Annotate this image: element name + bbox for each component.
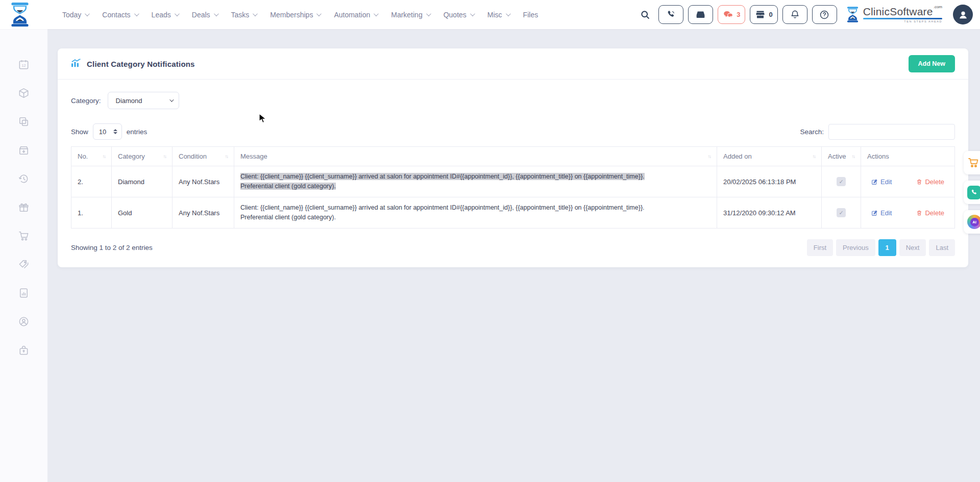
brand-name: ClinicSoftware: [863, 6, 933, 17]
phone-widget[interactable]: [964, 181, 980, 204]
column-header-no[interactable]: No.↑↓: [71, 147, 112, 166]
show-label: Show: [71, 128, 88, 136]
nav-item-contacts[interactable]: Contacts: [102, 11, 137, 19]
nav-item-memberships[interactable]: Memberships: [270, 11, 320, 19]
delete-button[interactable]: Delete: [916, 209, 944, 217]
active-checkbox[interactable]: ✓: [837, 208, 846, 217]
column-header-message[interactable]: Message↑↓: [234, 147, 717, 166]
page-length-select[interactable]: 10: [93, 123, 122, 140]
table-search-input[interactable]: [828, 124, 955, 140]
cart-widget[interactable]: [964, 151, 980, 174]
left-sidebar: 12: [0, 29, 47, 482]
message-line-1: Client: {{client_name}} {{client_surname…: [240, 204, 645, 211]
pagination-page-1-button[interactable]: 1: [878, 239, 896, 256]
history-icon[interactable]: [18, 173, 30, 185]
bell-icon[interactable]: [782, 5, 807, 24]
chevron-down-icon: [85, 11, 90, 16]
pagination-last-button[interactable]: Last: [929, 239, 955, 256]
lock-icon[interactable]: [18, 344, 30, 356]
edit-button[interactable]: Edit: [871, 209, 892, 217]
chat-icon[interactable]: 3: [718, 5, 745, 24]
add-new-button[interactable]: Add New: [909, 55, 955, 72]
help-icon[interactable]: [812, 5, 837, 24]
sort-icon: ↑↓: [813, 154, 816, 159]
nav-label: Quotes: [444, 11, 467, 19]
sort-icon: ↑↓: [708, 154, 711, 159]
table-header-row: No.↑↓ Category↑↓ Condition↑↓ Message↑↓ A…: [71, 147, 955, 166]
nav-label: Memberships: [270, 11, 313, 19]
column-header-category[interactable]: Category↑↓: [112, 147, 173, 166]
nav-item-leads[interactable]: Leads: [152, 11, 178, 19]
category-label: Category:: [71, 97, 101, 105]
chevron-down-icon: [169, 97, 174, 102]
gift-icon[interactable]: [18, 201, 30, 213]
sort-icon: ↑↓: [163, 154, 166, 159]
archive-box-icon[interactable]: [18, 144, 30, 156]
column-header-added-on[interactable]: Added on↑↓: [717, 147, 822, 166]
phone-icon[interactable]: [658, 5, 683, 24]
nav-item-misc[interactable]: Misc: [487, 11, 509, 19]
chevron-down-icon: [134, 11, 139, 16]
chevron-down-icon: [506, 11, 511, 16]
brand-text: ClinicSoftware .com TEN STEPS AHEAD: [863, 6, 942, 23]
nav-item-today[interactable]: Today: [62, 11, 88, 19]
cart-icon[interactable]: [18, 230, 30, 242]
cell-category: Gold: [112, 197, 173, 229]
nav-item-marketing[interactable]: Marketing: [391, 11, 429, 19]
nav-item-tasks[interactable]: Tasks: [231, 11, 257, 19]
ai-icon: AI: [967, 215, 980, 229]
nav-item-quotes[interactable]: Quotes: [444, 11, 474, 19]
search-icon[interactable]: [636, 5, 654, 24]
nav-label: Files: [523, 11, 538, 19]
message-line-2: Preferential client (gold category).: [240, 183, 336, 190]
column-header-active[interactable]: Active↑↓: [822, 147, 861, 166]
column-header-condition[interactable]: Condition↑↓: [173, 147, 234, 166]
pagination-next-button[interactable]: Next: [899, 239, 926, 256]
cell-no: 1.: [71, 197, 112, 229]
phone-icon: [967, 186, 980, 199]
report-icon[interactable]: [18, 287, 30, 299]
svg-text:12: 12: [22, 64, 26, 68]
package-icon[interactable]: [18, 87, 30, 99]
active-checkbox[interactable]: ✓: [837, 177, 846, 186]
chevron-down-icon: [214, 11, 219, 16]
delete-button[interactable]: Delete: [916, 178, 944, 186]
sort-icon: ↑↓: [225, 154, 228, 159]
ai-widget[interactable]: AI: [964, 210, 980, 234]
message-line-2: Preferential client (gold category).: [240, 214, 336, 221]
page-title: Client Category Notifications: [87, 60, 195, 68]
cell-no: 2.: [71, 166, 112, 197]
sort-icon: ↑↓: [103, 154, 106, 159]
clinicsoftware-logo[interactable]: ClinicSoftware .com TEN STEPS AHEAD: [846, 6, 942, 23]
cart-icon: [967, 157, 979, 169]
pos-icon[interactable]: 0: [750, 5, 777, 24]
nav-label: Marketing: [391, 11, 422, 19]
table-row: 1. Gold Any Nof.Stars Client: {{client_n…: [71, 197, 955, 229]
nav-label: Automation: [334, 11, 370, 19]
cell-message: Client: {{client_name}} {{client_surname…: [234, 166, 717, 197]
support-icon[interactable]: [18, 316, 30, 327]
pagination-previous-button[interactable]: Previous: [836, 239, 875, 256]
inbox-icon[interactable]: [688, 5, 713, 24]
calendar-icon[interactable]: 12: [18, 59, 30, 70]
cell-actions: Edit Delete: [861, 197, 955, 229]
copy-icon[interactable]: [18, 116, 30, 128]
app-logo-hourglass-icon[interactable]: [9, 3, 31, 27]
category-selected-value: Diamond: [116, 97, 142, 105]
nav-item-files[interactable]: Files: [523, 11, 538, 19]
chevron-down-icon: [175, 11, 180, 16]
main-nav: Today Contacts Leads Deals Tasks Members…: [62, 11, 538, 19]
card-body: Category: Diamond Show 10 entries Search…: [58, 80, 968, 267]
user-avatar[interactable]: [953, 5, 973, 24]
edit-button[interactable]: Edit: [871, 178, 892, 186]
brand-tld: .com: [934, 5, 942, 9]
nav-item-deals[interactable]: Deals: [192, 11, 217, 19]
column-header-actions: Actions: [861, 147, 955, 166]
search-label: Search:: [800, 128, 824, 136]
brand-underline: [863, 18, 942, 19]
nav-item-automation[interactable]: Automation: [334, 11, 377, 19]
chevron-down-icon: [470, 11, 475, 16]
tags-icon[interactable]: [18, 259, 30, 270]
pagination-first-button[interactable]: First: [807, 239, 833, 256]
category-select[interactable]: Diamond: [108, 92, 179, 109]
